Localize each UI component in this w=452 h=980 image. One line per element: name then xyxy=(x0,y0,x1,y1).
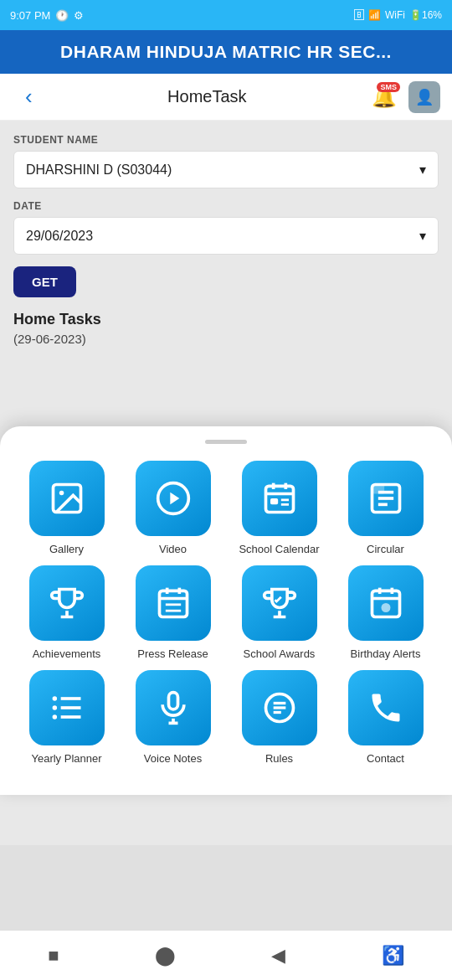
bottom-sheet: GalleryVideoSchool CalendarCircularAchie… xyxy=(0,426,452,795)
video-label: Video xyxy=(159,543,187,557)
page-title: HomeTask xyxy=(167,87,246,106)
settings-icon: ⚙ xyxy=(74,9,84,22)
circular-label: Circular xyxy=(367,543,404,557)
back-nav-button[interactable]: ◀ xyxy=(258,938,299,973)
svg-point-30 xyxy=(52,696,57,701)
video-icon xyxy=(136,461,211,536)
trophy-icon xyxy=(29,565,105,641)
menu-grid: GalleryVideoSchool CalendarCircularAchie… xyxy=(17,461,435,766)
circular-icon xyxy=(348,461,424,536)
svg-rect-8 xyxy=(270,498,278,504)
date-select[interactable]: 29/06/2023 ▾ xyxy=(13,217,439,255)
school-calendar-label: School Calendar xyxy=(239,543,319,557)
get-button[interactable]: GET xyxy=(13,266,76,297)
app-bar: ‹ HomeTask 🔔 SMS 👤 xyxy=(0,74,452,121)
rules-label: Rules xyxy=(265,752,293,766)
grid-item-contact[interactable]: Contact xyxy=(336,670,435,766)
alarm-icon: 🕐 xyxy=(55,9,69,22)
svg-rect-15 xyxy=(372,485,384,494)
voice-notes-label: Voice Notes xyxy=(144,752,202,766)
accessibility-button[interactable]: ♿ xyxy=(368,938,418,973)
list-icon xyxy=(29,670,105,745)
time-display: 9:07 PM xyxy=(10,9,50,22)
school-name: DHARAM HINDUJA MATRIC HR SEC... xyxy=(13,42,439,62)
grid-item-birthday-alerts[interactable]: Birthday Alerts xyxy=(336,565,435,662)
birthday-alerts-label: Birthday Alerts xyxy=(351,647,421,662)
contact-label: Contact xyxy=(367,752,404,766)
grid-item-school-awards[interactable]: School Awards xyxy=(229,565,329,662)
svg-point-1 xyxy=(59,491,64,496)
profile-button[interactable]: 👤 xyxy=(408,81,440,113)
grid-item-yearly-planner[interactable]: Yearly Planner xyxy=(17,670,116,766)
svg-marker-3 xyxy=(170,493,179,505)
svg-point-31 xyxy=(52,705,57,710)
phone-icon xyxy=(348,670,424,745)
main-content: STUDENT NAME DHARSHINI D (S03044) ▾ DATE… xyxy=(0,121,452,359)
date-value: 29/06/2023 xyxy=(26,229,93,244)
calendar-news-icon xyxy=(242,461,317,536)
svg-rect-4 xyxy=(265,487,293,513)
square-button[interactable]: ■ xyxy=(34,938,72,973)
award-icon xyxy=(242,565,317,641)
back-button[interactable]: ‹ xyxy=(12,77,46,116)
home-tasks-title: Home Tasks xyxy=(13,311,439,328)
sms-badge: SMS xyxy=(377,82,400,92)
grid-item-voice-notes[interactable]: Voice Notes xyxy=(123,670,223,766)
signal-icon: 📶 xyxy=(368,9,381,21)
grid-item-press-release[interactable]: Press Release xyxy=(123,565,223,662)
home-tasks-date: (29-06-2023) xyxy=(13,332,439,346)
birthday-icon xyxy=(348,565,424,641)
grid-item-school-calendar[interactable]: School Calendar xyxy=(229,461,329,557)
student-label: STUDENT NAME xyxy=(13,134,439,146)
user-icon: 👤 xyxy=(415,88,434,106)
press-release-label: Press Release xyxy=(137,647,208,662)
svg-point-32 xyxy=(52,714,57,720)
svg-point-26 xyxy=(381,603,390,612)
grid-item-circular[interactable]: Circular xyxy=(336,461,435,557)
svg-rect-33 xyxy=(168,693,177,709)
school-bar: DHARAM HINDUJA MATRIC HR SEC... xyxy=(0,30,452,74)
home-button[interactable]: ⬤ xyxy=(141,938,189,973)
mic-icon xyxy=(136,670,211,745)
grid-item-achievements[interactable]: Achievements xyxy=(17,565,116,662)
grid-item-rules[interactable]: Rules xyxy=(229,670,329,766)
achievements-label: Achievements xyxy=(33,647,101,662)
sheet-handle xyxy=(205,440,247,444)
status-bar: 9:07 PM 🕐 ⚙ 🄱 📶 WiFi 🔋16% xyxy=(0,0,452,30)
grid-item-gallery[interactable]: Gallery xyxy=(17,461,116,557)
chevron-down-icon-2: ▾ xyxy=(419,228,426,244)
status-time: 9:07 PM 🕐 ⚙ xyxy=(10,9,84,22)
grid-item-video[interactable]: Video xyxy=(123,461,223,557)
bluetooth-icon: 🄱 xyxy=(354,9,364,21)
chevron-down-icon: ▾ xyxy=(419,162,426,178)
battery-icon: 🔋16% xyxy=(409,9,442,21)
rules-icon xyxy=(242,670,317,745)
app-bar-actions: 🔔 SMS 👤 xyxy=(368,81,440,113)
date-label: DATE xyxy=(13,200,439,212)
yearly-planner-label: Yearly Planner xyxy=(31,752,101,766)
bottom-navigation: ■ ⬤ ◀ ♿ xyxy=(0,930,452,980)
wifi-icon: WiFi xyxy=(385,9,405,21)
student-select[interactable]: DHARSHINI D (S03044) ▾ xyxy=(13,151,439,188)
press-icon xyxy=(136,565,211,641)
status-icons: 🄱 📶 WiFi 🔋16% xyxy=(354,9,442,21)
notification-button[interactable]: 🔔 SMS xyxy=(368,82,400,112)
student-value: DHARSHINI D (S03044) xyxy=(26,162,172,178)
gallery-label: Gallery xyxy=(49,543,84,557)
school-awards-label: School Awards xyxy=(244,647,316,662)
gallery-icon xyxy=(29,461,105,536)
